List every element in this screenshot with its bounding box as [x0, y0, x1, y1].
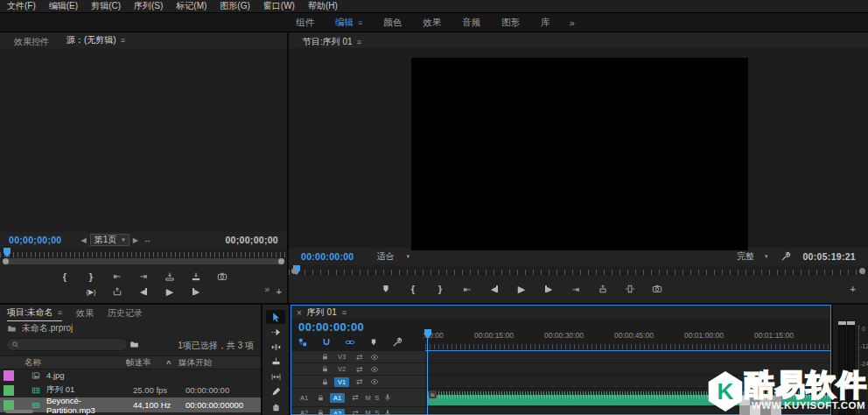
lock-icon[interactable] — [317, 409, 325, 415]
ripple-edit-tool[interactable] — [266, 340, 285, 354]
workspace-menu-icon[interactable]: ≡ — [358, 18, 362, 27]
sync-lock-icon[interactable]: ⇄ — [352, 409, 359, 415]
extract-button[interactable] — [624, 283, 636, 295]
snap-toggle-button[interactable] — [320, 336, 332, 348]
source-zoom-scrollbar[interactable] — [4, 258, 284, 264]
tab-source-monitor[interactable]: 源：(无剪辑)≡ — [66, 32, 125, 49]
mute-button[interactable]: M — [364, 394, 373, 402]
track-badge-a2[interactable]: A2 — [330, 409, 345, 415]
workspace-tab-assembly[interactable]: 组件 — [296, 17, 314, 29]
playback-resolution-select[interactable]: 完整▾ — [737, 250, 768, 263]
transport-overflow-icon[interactable]: » — [264, 285, 270, 294]
go-to-out-button[interactable]: ⇥ — [570, 283, 582, 295]
track-badge-v3[interactable]: V3 — [334, 352, 349, 362]
eye-icon[interactable] — [370, 377, 379, 386]
track-header-a2[interactable]: A2 A2 ⇄ M S — [291, 407, 425, 414]
zoom-handle-right[interactable] — [278, 258, 284, 264]
menu-graphics[interactable]: 图形(G) — [220, 0, 249, 12]
horizontal-scrollbar-thumb[interactable] — [5, 410, 33, 413]
mark-out-button[interactable]: } — [434, 283, 446, 295]
column-name[interactable]: 名称 — [24, 357, 122, 369]
mic-icon[interactable] — [383, 409, 392, 415]
slip-tool[interactable] — [266, 369, 285, 383]
track-header-v1[interactable]: V1 ⇄ — [291, 376, 425, 389]
linked-selection-button[interactable] — [344, 336, 356, 348]
zoom-handle-right[interactable] — [859, 268, 865, 274]
step-back-button[interactable]: ◀ — [488, 283, 500, 295]
mark-in-button[interactable]: { — [59, 271, 71, 283]
button-editor-add-icon[interactable]: + — [276, 286, 282, 297]
go-to-in-button[interactable]: ⇤ — [461, 283, 473, 295]
sort-ascending-icon[interactable]: ^ — [166, 358, 178, 368]
new-bin-button[interactable] — [128, 338, 140, 350]
menu-window[interactable]: 窗口(W) — [263, 0, 295, 12]
menu-markers[interactable]: 标记(M) — [176, 0, 206, 12]
workspace-tab-libraries[interactable]: 库 — [541, 17, 550, 29]
go-to-in-button[interactable]: ⇤ — [111, 271, 123, 283]
project-file-row[interactable]: 未命名.prproj — [0, 320, 261, 336]
menu-file[interactable]: 文件(F) — [7, 0, 36, 12]
source-ruler[interactable] — [0, 248, 287, 258]
workspace-tab-editing[interactable]: 编辑≡ — [335, 17, 362, 29]
play-button[interactable]: ▶ — [515, 283, 528, 295]
page-select[interactable]: 第1页▾ — [90, 234, 130, 246]
export-frame-button[interactable] — [216, 271, 228, 283]
timeline-settings-wrench-icon[interactable] — [391, 336, 403, 348]
track-header-a1[interactable]: A1 A1 ⇄ M S — [291, 389, 425, 407]
panel-menu-icon[interactable]: ≡ — [121, 36, 125, 45]
razor-tool[interactable] — [266, 355, 285, 369]
solo-button[interactable]: S — [373, 409, 382, 415]
close-icon[interactable]: × — [297, 308, 302, 318]
selection-tool[interactable] — [266, 310, 285, 324]
add-marker-button[interactable] — [380, 283, 392, 295]
track-badge-v2[interactable]: V2 — [334, 364, 349, 374]
step-forward-button[interactable]: ▶ — [190, 285, 202, 298]
lock-icon[interactable] — [321, 353, 329, 361]
add-marker-button[interactable] — [368, 336, 380, 348]
lock-icon[interactable] — [321, 365, 329, 373]
play-in-to-out-button[interactable]: {▶} — [85, 285, 97, 298]
export-media-button[interactable] — [111, 285, 123, 298]
search-input[interactable] — [23, 341, 115, 349]
workspace-tab-effects[interactable]: 效果 — [423, 17, 441, 29]
tab-sequence[interactable]: 序列 01 — [307, 306, 337, 319]
menu-sequence[interactable]: 序列(S) — [134, 0, 163, 12]
project-row-audio-selected[interactable]: Beyoncé-Partition.mp3 44,100 Hz 00:00:00… — [0, 397, 261, 412]
panel-menu-icon[interactable]: ≡ — [342, 308, 346, 317]
export-frame-button[interactable] — [651, 283, 663, 295]
sync-lock-icon[interactable]: ⇄ — [356, 353, 363, 362]
tab-effect-controls[interactable]: 效果控件 — [14, 33, 49, 48]
track-header-v2[interactable]: V2 ⇄ — [291, 363, 425, 376]
lift-button[interactable] — [597, 283, 609, 295]
menu-edit[interactable]: 编辑(E) — [49, 0, 78, 12]
track-badge-a1[interactable]: A1 — [330, 393, 345, 403]
page-prev-icon[interactable]: ◀ — [81, 236, 87, 244]
panel-menu-icon[interactable]: ≡ — [58, 308, 62, 317]
lock-icon[interactable] — [317, 394, 325, 402]
track-badge-v1[interactable]: V1 — [334, 377, 349, 387]
go-to-out-button[interactable]: ⇥ — [137, 271, 150, 283]
eye-icon[interactable] — [370, 353, 379, 362]
project-row-image[interactable]: 4.jpg — [0, 368, 261, 383]
timeline-ruler[interactable]: :00:00 00:00:15:00 00:00:30:00 00:00:45:… — [425, 320, 830, 351]
track-header-v3[interactable]: V3 ⇄ — [291, 351, 425, 363]
workspace-tab-graphics[interactable]: 图形 — [501, 17, 520, 29]
page-next-icon[interactable]: ▶ — [133, 236, 138, 244]
column-frame-rate[interactable]: 帧速率 — [126, 357, 166, 369]
lock-icon[interactable] — [321, 378, 329, 386]
tab-project[interactable]: 项目:未命名≡ — [7, 305, 62, 321]
settings-wrench-icon[interactable] — [780, 250, 792, 263]
solo-button[interactable]: S — [373, 394, 382, 402]
track-select-forward-tool[interactable] — [266, 325, 285, 339]
mark-in-button[interactable]: { — [407, 283, 419, 295]
mic-icon[interactable] — [383, 393, 392, 402]
program-ruler[interactable] — [289, 265, 868, 276]
nest-toggle-button[interactable] — [297, 336, 309, 348]
zoom-handle-left[interactable] — [3, 258, 9, 264]
mute-button[interactable]: M — [364, 409, 373, 415]
track-lane-v3[interactable] — [425, 351, 830, 363]
pen-tool[interactable] — [266, 384, 285, 398]
panel-menu-icon[interactable]: ≡ — [357, 38, 361, 46]
hand-tool[interactable] — [266, 399, 285, 413]
tab-history[interactable]: 历史记录 — [108, 305, 143, 320]
